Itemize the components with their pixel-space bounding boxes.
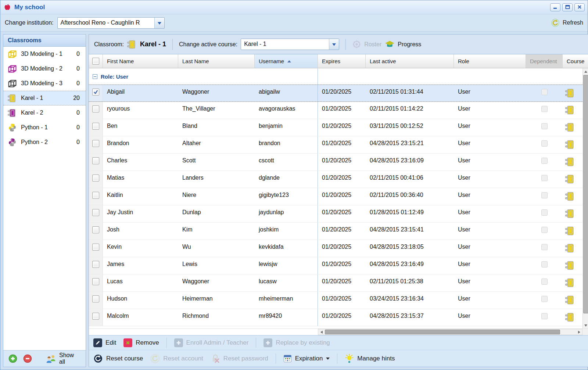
scroll-down-arrow[interactable] xyxy=(583,323,588,328)
column-header-last-name[interactable]: Last Name xyxy=(178,54,255,68)
username-cell: avagorauskas xyxy=(255,102,318,119)
show-all-button[interactable]: Show all xyxy=(46,352,80,365)
dependent-cell xyxy=(526,154,563,170)
table-row[interactable]: James Lewis lewisjw 01/20/2025 04/28/201… xyxy=(89,257,582,274)
last-name-cell: Wu xyxy=(178,240,255,257)
last-active-cell: 01/28/2015 01:12:49 xyxy=(366,205,454,222)
reset-course-label: Reset course xyxy=(106,355,143,362)
table-row[interactable]: Abigail Waggoner abigailw 01/20/2025 02/… xyxy=(89,85,582,102)
sidebar-item-classroom[interactable]: Python - 2 0 xyxy=(3,135,86,150)
close-button[interactable] xyxy=(574,3,585,11)
vertical-scrollbar[interactable] xyxy=(582,68,588,328)
course-cell xyxy=(563,205,577,222)
select-all-header[interactable] xyxy=(89,54,103,68)
row-checkbox[interactable] xyxy=(92,295,99,302)
last-name-cell: Waggoner xyxy=(178,85,255,101)
collapse-group-icon[interactable] xyxy=(93,74,97,79)
table-row[interactable]: Charles Scott cscott 01/20/2025 04/28/20… xyxy=(89,154,582,171)
minimize-button[interactable] xyxy=(550,3,560,11)
first-name-cell: Jay Justin xyxy=(103,205,178,222)
column-header-username[interactable]: Username xyxy=(255,54,318,68)
vertical-scroll-track[interactable] xyxy=(583,74,588,323)
row-checkbox[interactable] xyxy=(92,105,99,112)
manage-hints-button[interactable]: Manage hints xyxy=(345,354,395,363)
classroom-count: 0 xyxy=(76,124,81,131)
karel-course-icon xyxy=(565,88,575,101)
main-panel: Classroom: Karel - 1 Change active cours… xyxy=(89,34,588,367)
table-row[interactable]: Josh Kim joshkim 01/20/2025 04/28/2015 2… xyxy=(89,223,582,240)
table-row[interactable]: Lucas Waggoner lucasw 01/20/2025 02/11/2… xyxy=(89,274,582,292)
active-course-select-arrow[interactable] xyxy=(329,39,339,50)
horizontal-scroll-track[interactable] xyxy=(324,329,576,335)
course-cell xyxy=(563,257,577,274)
classroom-name: Karel - 2 xyxy=(21,109,72,116)
row-checkbox[interactable] xyxy=(92,313,99,320)
edit-button[interactable]: Edit xyxy=(93,338,116,347)
horizontal-scrollbar[interactable] xyxy=(318,329,582,335)
table-row[interactable]: Malcolm Richmond mr89420 01/20/2025 04/2… xyxy=(89,309,582,326)
scroll-right-arrow[interactable] xyxy=(576,329,582,335)
table-row[interactable]: Brandon Altaher brandon 01/20/2025 04/28… xyxy=(89,136,582,154)
course-cell xyxy=(563,240,577,257)
reset-course-button[interactable]: Reset course xyxy=(93,354,143,363)
table-row[interactable]: Ben Bland benjamin 01/20/2025 03/11/2015… xyxy=(89,119,582,136)
table-row[interactable]: Jay Justin Dunlap jaydunlap 01/20/2025 0… xyxy=(89,205,582,223)
row-checkbox[interactable] xyxy=(92,226,99,233)
row-checkbox[interactable] xyxy=(92,123,99,130)
progress-button[interactable]: Progress xyxy=(385,40,421,49)
dependent-cell xyxy=(526,119,563,136)
karel-course-icon xyxy=(565,226,575,240)
column-header-expires[interactable]: Expires xyxy=(318,54,366,68)
column-header-first-name[interactable]: First Name xyxy=(103,54,178,68)
karel-course-icon xyxy=(565,243,575,257)
sidebar-item-classroom[interactable]: 3D Modeling - 3 0 xyxy=(3,76,86,91)
row-checkbox[interactable] xyxy=(92,209,99,216)
select-all-checkbox[interactable] xyxy=(92,58,99,65)
row-checkbox[interactable] xyxy=(92,278,99,285)
table-row[interactable]: Matias Landers dglande 01/20/2025 02/11/… xyxy=(89,171,582,188)
row-checkbox[interactable] xyxy=(92,261,99,268)
table-row[interactable]: ryourous The_Villager avagorauskas 01/20… xyxy=(89,102,582,119)
institution-select-arrow[interactable] xyxy=(154,18,164,28)
refresh-label: Refresh xyxy=(563,19,583,26)
table-row[interactable]: Hudson Heimerman mheimerman 01/20/2025 0… xyxy=(89,292,582,309)
sidebar-item-classroom[interactable]: Karel - 2 0 xyxy=(3,105,86,120)
scroll-left-arrow[interactable] xyxy=(318,329,324,335)
expiration-button[interactable]: Expiration xyxy=(283,354,330,363)
add-classroom-button[interactable] xyxy=(8,354,17,363)
group-row-role-user[interactable]: Role: User xyxy=(89,68,582,85)
row-checkbox[interactable] xyxy=(92,244,99,251)
horizontal-scroll-thumb[interactable] xyxy=(325,330,560,334)
table-row[interactable]: Kaitlin Niere gigibyte123 01/20/2025 02/… xyxy=(89,188,582,205)
row-checkbox[interactable] xyxy=(92,175,99,182)
sidebar-item-classroom[interactable]: 3D Modeling - 1 0 xyxy=(3,47,86,61)
column-header-course[interactable]: Course xyxy=(563,54,588,68)
vertical-scroll-thumb[interactable] xyxy=(583,75,588,313)
column-header-last-active[interactable]: Last active xyxy=(366,54,454,68)
first-name-cell: Charles xyxy=(103,154,178,170)
classroom-name: Python - 2 xyxy=(21,139,72,146)
chevron-down-icon xyxy=(332,43,336,48)
institution-select[interactable]: Afterschool Reno - Caughlin R xyxy=(57,17,165,29)
active-course-select[interactable]: Karel - 1 xyxy=(241,39,339,50)
sidebar-item-classroom[interactable]: Python - 1 0 xyxy=(3,120,86,135)
column-header-role[interactable]: Role xyxy=(454,54,526,68)
username-cell: brandon xyxy=(255,136,318,153)
remove-classroom-button[interactable] xyxy=(23,354,32,363)
dependent-checkbox xyxy=(541,244,548,250)
calendar-icon xyxy=(283,354,292,363)
maximize-button[interactable] xyxy=(562,3,573,11)
table-row[interactable]: Kevin Wu kevkidafa 01/20/2025 04/28/2015… xyxy=(89,240,582,257)
sidebar-item-classroom[interactable]: Karel - 1 20 xyxy=(3,91,86,105)
row-checkbox[interactable] xyxy=(92,157,99,164)
karel-course-icon xyxy=(565,174,575,188)
row-checkbox[interactable] xyxy=(92,192,99,199)
row-checkbox[interactable] xyxy=(92,89,99,96)
refresh-button[interactable]: Refresh xyxy=(551,18,583,27)
role-cell: User xyxy=(454,171,526,188)
scroll-up-arrow[interactable] xyxy=(583,68,588,74)
remove-button[interactable]: Remove xyxy=(123,338,159,347)
sidebar-item-classroom[interactable]: 3D Modeling - 2 0 xyxy=(3,61,86,76)
row-checkbox[interactable] xyxy=(92,140,99,147)
reset-course-icon xyxy=(93,354,103,363)
